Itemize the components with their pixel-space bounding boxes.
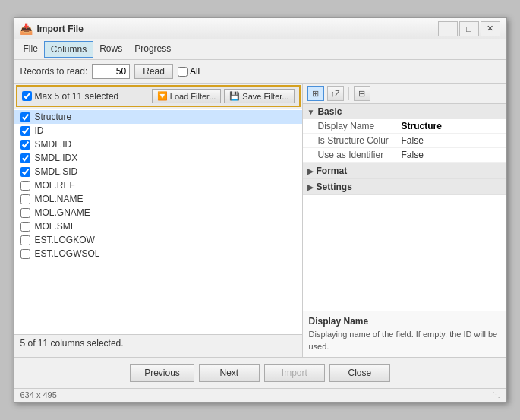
info-panel: Display Name Displaying name of the fiel… (303, 311, 506, 357)
info-description: Displaying name of the field. If empty, … (309, 329, 500, 352)
status-coords: 634 x 495 (20, 390, 57, 400)
column-checkbox[interactable] (20, 112, 30, 122)
columns-status: 5 of 11 columns selected. (14, 334, 302, 357)
column-item[interactable]: MOL.REF (14, 178, 302, 192)
column-label: SMDL.IDX (35, 153, 78, 163)
property-section: ▼BasicDisplay NameStructureIs Structure … (303, 104, 506, 163)
status-bar: 634 x 495 ⋱ (14, 388, 506, 402)
records-label: Records to read: (20, 66, 88, 77)
column-item[interactable]: EST.LOGKOW (14, 233, 302, 247)
minimize-button[interactable]: — (438, 21, 458, 36)
close-button[interactable]: Close (329, 364, 390, 382)
previous-button[interactable]: Previous (130, 364, 194, 382)
column-item[interactable]: SMDL.ID (14, 137, 302, 151)
column-label: SMDL.ID (35, 139, 72, 150)
properties-list: ▼BasicDisplay NameStructureIs Structure … (303, 104, 506, 311)
filter-bar: Max 5 of 11 selected 🔽 Load Filter... 💾 … (16, 85, 301, 107)
save-filter-label: Save Filter... (242, 92, 288, 101)
property-row: Display NameStructure (303, 119, 506, 134)
load-filter-label: Load Filter... (170, 92, 216, 101)
section-label: Basic (317, 106, 342, 117)
info-title: Display Name (309, 316, 500, 327)
properties-toolbar: ⊞ ↑Z ⊟ (303, 84, 506, 104)
menu-file[interactable]: File (17, 41, 44, 58)
property-section-header[interactable]: ▶Format (303, 163, 506, 178)
property-name: Use as Identifier (318, 150, 402, 160)
menu-progress[interactable]: Progress (128, 41, 177, 58)
max-selected-label: Max 5 of 11 selected (35, 91, 149, 102)
sort-asc-icon[interactable]: ↑Z (327, 86, 344, 101)
save-filter-button[interactable]: 💾 Save Filter... (224, 89, 294, 103)
next-button[interactable]: Next (199, 364, 260, 382)
column-checkbox[interactable] (20, 153, 30, 163)
all-label: All (190, 66, 200, 77)
menu-columns[interactable]: Columns (44, 41, 93, 58)
import-button[interactable]: Import (264, 364, 325, 382)
column-label: MOL.NAME (35, 194, 84, 204)
toolbar-separator (348, 87, 349, 100)
close-window-button[interactable]: ✕ (481, 21, 500, 36)
column-checkbox[interactable] (20, 194, 30, 204)
property-value: Structure (402, 121, 442, 131)
column-checkbox[interactable] (20, 208, 30, 218)
column-item[interactable]: EST.LOGWSOL (14, 247, 302, 261)
column-checkbox[interactable] (20, 249, 30, 259)
column-label: Structure (35, 112, 72, 122)
bottom-bar: Previous Next Import Close (14, 357, 506, 388)
property-section-header[interactable]: ▶Settings (303, 179, 506, 194)
column-label: MOL.SMI (35, 221, 74, 232)
max-selected-checkbox[interactable] (22, 91, 32, 101)
menu-rows[interactable]: Rows (93, 41, 128, 58)
import-file-window: 📥 Import File — □ ✕ File Columns Rows Pr… (14, 17, 507, 403)
column-item[interactable]: SMDL.IDX (14, 151, 302, 165)
column-checkbox[interactable] (20, 235, 30, 245)
columns-list: StructureIDSMDL.IDSMDL.IDXSMDL.SIDMOL.RE… (14, 109, 302, 334)
title-controls: — □ ✕ (438, 21, 500, 36)
records-input[interactable] (92, 64, 130, 79)
column-checkbox[interactable] (20, 126, 30, 136)
column-label: EST.LOGWSOL (35, 248, 100, 259)
column-label: ID (35, 125, 44, 136)
column-item[interactable]: MOL.NAME (14, 192, 302, 206)
column-checkbox[interactable] (20, 181, 30, 191)
column-label: MOL.GNAME (35, 207, 90, 218)
grid-view-icon[interactable]: ⊞ (307, 86, 324, 101)
expand-icon: ▼ (307, 108, 315, 116)
window-title: Import File (37, 24, 438, 34)
all-checkbox[interactable] (178, 67, 188, 77)
load-filter-button[interactable]: 🔽 Load Filter... (152, 89, 222, 103)
read-button[interactable]: Read (134, 64, 173, 79)
property-value: False (402, 150, 424, 160)
property-name: Display Name (318, 121, 402, 131)
column-item[interactable]: MOL.GNAME (14, 206, 302, 219)
column-checkbox[interactable] (20, 167, 30, 177)
menu-bar: File Columns Rows Progress (14, 39, 506, 60)
load-filter-icon: 🔽 (157, 91, 168, 101)
column-checkbox[interactable] (20, 222, 30, 232)
column-item[interactable]: Structure (14, 110, 302, 124)
expand-icon: ▶ (307, 167, 314, 175)
column-label: EST.LOGKOW (35, 235, 95, 245)
column-item[interactable]: MOL.SMI (14, 219, 302, 233)
column-checkbox[interactable] (20, 140, 30, 150)
filter-prop-icon[interactable]: ⊟ (354, 86, 370, 101)
all-checkbox-container: All (178, 66, 200, 77)
right-panel: ⊞ ↑Z ⊟ ▼BasicDisplay NameStructureIs Str… (303, 84, 506, 357)
property-row: Is Structure ColurFalse (303, 134, 506, 148)
column-label: SMDL.SID (35, 166, 78, 177)
section-label: Format (317, 166, 348, 176)
column-item[interactable]: ID (14, 124, 302, 137)
property-value: False (402, 135, 424, 146)
section-label: Settings (317, 182, 352, 192)
column-item[interactable]: SMDL.SID (14, 165, 302, 178)
toolbar: Records to read: Read All (14, 60, 506, 84)
property-section-header[interactable]: ▼Basic (303, 104, 506, 119)
expand-icon: ▶ (307, 183, 314, 191)
property-name: Is Structure Colur (318, 135, 402, 146)
property-section: ▶Settings (303, 179, 506, 195)
maximize-button[interactable]: □ (459, 21, 479, 36)
left-panel: Max 5 of 11 selected 🔽 Load Filter... 💾 … (14, 84, 303, 357)
property-section: ▶Format (303, 163, 506, 179)
resize-handle[interactable]: ⋱ (492, 390, 500, 400)
save-filter-icon: 💾 (229, 91, 240, 101)
